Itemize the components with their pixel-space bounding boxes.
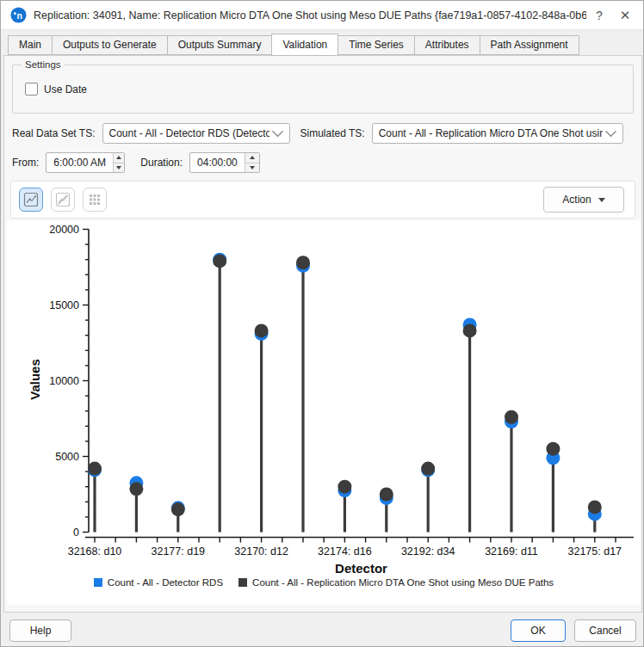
svg-text:32169: d11: 32169: d11 bbox=[485, 545, 538, 558]
help-button[interactable]: Help bbox=[9, 619, 71, 642]
legend-swatch-blue bbox=[94, 578, 102, 587]
legend-label-simulated: Count - All - Replication Micro DTA One … bbox=[252, 577, 554, 588]
svg-text:32177: d19: 32177: d19 bbox=[152, 545, 206, 558]
ok-button[interactable]: OK bbox=[511, 619, 566, 642]
legend-swatch-dark bbox=[238, 578, 247, 587]
line-chart-view-button[interactable] bbox=[19, 188, 43, 212]
simulated-ts-value: Count - All - Replication Micro DTA One … bbox=[373, 127, 603, 139]
duration-value: 04:00:00 bbox=[190, 157, 245, 169]
close-icon[interactable]: ✕ bbox=[612, 8, 638, 23]
chevron-down-icon bbox=[272, 126, 283, 137]
duration-label: Duration: bbox=[140, 157, 183, 169]
tab-bar: Main Outputs to Generate Outputs Summary… bbox=[8, 35, 636, 55]
cancel-button[interactable]: Cancel bbox=[574, 619, 636, 642]
duration-spinner[interactable]: 04:00:00 bbox=[189, 152, 260, 173]
from-time-value: 6:00:00 AM bbox=[46, 157, 113, 169]
spinner-down-icon[interactable] bbox=[114, 163, 124, 173]
legend-item-simulated: Count - All - Replication Micro DTA One … bbox=[238, 577, 554, 588]
real-data-set-select[interactable]: Count - All - Detector RDS (Detector) bbox=[102, 123, 290, 144]
svg-text:5000: 5000 bbox=[55, 451, 79, 463]
grid-icon bbox=[87, 192, 102, 207]
grid-view-button[interactable] bbox=[83, 188, 107, 212]
slashed-chart-view-button[interactable] bbox=[51, 188, 75, 212]
svg-text:Values: Values bbox=[28, 359, 42, 400]
window-title: Replication: 34091, Name: Replication Mi… bbox=[34, 9, 586, 22]
settings-legend: Settings bbox=[22, 59, 65, 70]
svg-text:0: 0 bbox=[73, 527, 79, 539]
legend-label-rds: Count - All - Detector RDS bbox=[108, 577, 223, 588]
spinner-up-icon[interactable] bbox=[245, 153, 259, 163]
line-chart-icon bbox=[23, 192, 39, 207]
tab-outputs-to-generate[interactable]: Outputs to Generate bbox=[52, 35, 167, 55]
action-button-label: Action bbox=[562, 194, 591, 206]
chart-legend: Count - All - Detector RDS Count - All -… bbox=[7, 577, 641, 588]
from-time-spinner[interactable]: 6:00:00 AM bbox=[46, 152, 125, 173]
help-icon[interactable]: ? bbox=[586, 9, 612, 22]
action-button[interactable]: Action bbox=[543, 187, 624, 213]
real-data-set-label: Real Data Set TS: bbox=[12, 127, 96, 139]
legend-item-rds: Count - All - Detector RDS bbox=[94, 577, 223, 588]
validation-tab-page: Settings Use Date Real Data Set TS: Coun… bbox=[3, 55, 642, 613]
svg-text:32174: d16: 32174: d16 bbox=[318, 545, 372, 558]
chart-toolbar: Action bbox=[10, 181, 635, 219]
spinner-up-icon[interactable] bbox=[114, 153, 124, 163]
dropdown-arrow-icon bbox=[598, 198, 605, 202]
real-data-set-value: Count - All - Detector RDS (Detector) bbox=[103, 127, 269, 139]
from-label: From: bbox=[12, 157, 39, 169]
tab-path-assignment[interactable]: Path Assignment bbox=[480, 35, 579, 55]
tab-outputs-summary[interactable]: Outputs Summary bbox=[167, 35, 272, 55]
time-range-row: From: 6:00:00 AM Duration: 04:00:00 bbox=[12, 152, 260, 173]
dialog-footer: Help OK Cancel bbox=[1, 613, 644, 647]
use-date-row[interactable]: Use Date bbox=[25, 83, 87, 96]
svg-text:n: n bbox=[17, 11, 22, 21]
tab-attributes[interactable]: Attributes bbox=[414, 35, 480, 55]
chevron-down-icon bbox=[605, 126, 616, 137]
tab-main[interactable]: Main bbox=[8, 35, 52, 55]
use-date-checkbox[interactable] bbox=[25, 83, 38, 96]
settings-groupbox: Settings Use Date bbox=[12, 65, 634, 114]
svg-text:32168: d10: 32168: d10 bbox=[68, 545, 122, 558]
validation-chart: 0500010000150002000032168: d1032177: d19… bbox=[7, 220, 641, 605]
svg-text:20000: 20000 bbox=[49, 224, 79, 236]
svg-text:15000: 15000 bbox=[49, 299, 79, 311]
slashed-chart-icon bbox=[55, 192, 71, 207]
tab-time-series[interactable]: Time Series bbox=[338, 35, 414, 55]
svg-text:10000: 10000 bbox=[49, 375, 79, 387]
simulated-ts-label: Simulated TS: bbox=[300, 127, 365, 139]
stem-chart-svg[interactable]: 0500010000150002000032168: d1032177: d19… bbox=[7, 220, 641, 577]
svg-text:32192: d34: 32192: d34 bbox=[401, 545, 455, 558]
timeseries-row: Real Data Set TS: Count - All - Detector… bbox=[12, 123, 636, 144]
svg-text:32170: d12: 32170: d12 bbox=[234, 545, 288, 558]
svg-text:32175: d17: 32175: d17 bbox=[568, 545, 622, 558]
title-bar: n Replication: 34091, Name: Replication … bbox=[1, 1, 644, 30]
use-date-label: Use Date bbox=[44, 83, 87, 96]
simulated-ts-select[interactable]: Count - All - Replication Micro DTA One … bbox=[372, 123, 623, 144]
tab-validation[interactable]: Validation bbox=[271, 34, 338, 56]
aimsun-logo-icon: n bbox=[10, 7, 27, 23]
svg-text:Detector: Detector bbox=[335, 561, 387, 576]
replication-dialog: n Replication: 34091, Name: Replication … bbox=[0, 0, 644, 647]
spinner-down-icon[interactable] bbox=[245, 163, 259, 173]
